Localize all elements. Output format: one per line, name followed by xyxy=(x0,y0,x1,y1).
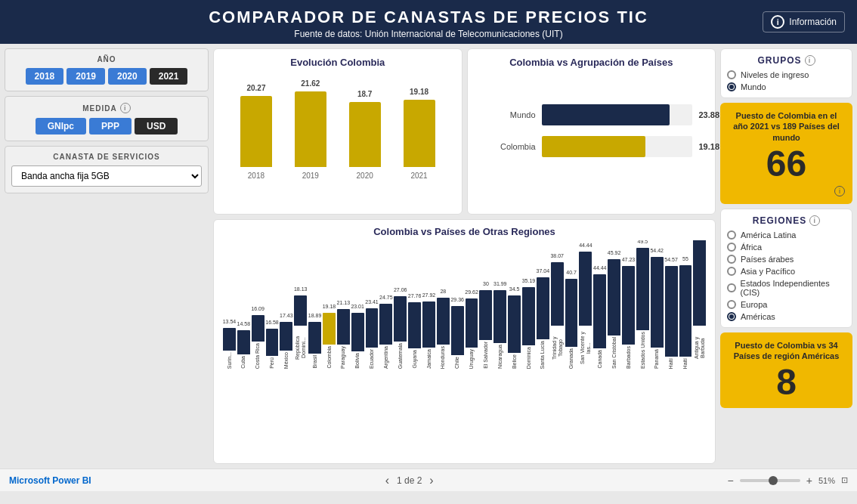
bottom-chart-title: Colombia vs Países de Otras Regiones xyxy=(220,226,709,237)
bottom-bar-value: 23.41 xyxy=(365,299,379,305)
evolucion-chart: Evolución Colombia 20.27 2018 21.62 2019… xyxy=(213,48,463,215)
bottom-bar-group: 13.54 Surin... xyxy=(223,328,236,369)
prev-page-button[interactable]: ‹ xyxy=(385,474,389,487)
grupos-box: GRUPOS i Niveles de ingreso Mundo xyxy=(720,48,852,98)
bottom-bar-name: República Domini... xyxy=(295,327,306,369)
zoom-controls: − + 51% ⊡ xyxy=(728,475,848,487)
grupos-niveles-label: Niveles de ingreso xyxy=(741,70,809,79)
bottom-bar-value: 18.89 xyxy=(308,313,322,318)
bottom-bar-value: 47.23 xyxy=(622,257,636,262)
bottom-bar-name: Honduras xyxy=(440,346,446,369)
region-americalatina-label: América Latina xyxy=(741,230,796,240)
bottom-bar: 28 xyxy=(437,298,450,345)
regiones-info-icon: i xyxy=(809,215,820,226)
bottom-bar-value: 35.19 xyxy=(522,278,536,283)
zoom-plus-button[interactable]: + xyxy=(806,475,812,487)
vs-bar-label: Mundo xyxy=(490,110,536,119)
year-2018-button[interactable]: 2018 xyxy=(26,68,64,85)
evo-bar-year: 2020 xyxy=(357,172,373,180)
bottom-bar-group: 29.62 Uruguay xyxy=(466,298,478,369)
vs-bars: Mundo 23.88 Colombia 19.18 xyxy=(475,74,708,187)
bottom-chart: Colombia vs Países de Otras Regiones 13.… xyxy=(213,219,716,464)
evo-bar-value: 20.27 xyxy=(246,84,265,92)
bottom-bar: 16.09 xyxy=(252,315,265,342)
top-charts: Evolución Colombia 20.27 2018 21.62 2019… xyxy=(213,48,716,215)
rank-region-title: Puesto de Colombia vs 34 Países de regió… xyxy=(728,340,845,362)
bottom-bar-name: Trinidad y Tobago xyxy=(552,327,563,369)
evo-bar-year: 2021 xyxy=(410,172,427,180)
bottom-bar-group: 29.36 Chile xyxy=(451,306,464,369)
region-americalatina-option[interactable]: América Latina xyxy=(727,230,846,240)
year-2020-button[interactable]: 2020 xyxy=(108,68,147,85)
bottom-bar-name: Argentina xyxy=(383,346,389,369)
bottom-bar-name: Guyana xyxy=(412,350,418,369)
bottom-bar-value: 34.5 xyxy=(509,286,520,292)
evo-bar-group: 20.27 2018 xyxy=(240,96,272,180)
bottom-bar: 16.58 xyxy=(266,329,279,356)
region-arabes-option[interactable]: Países árabes xyxy=(727,255,846,264)
medida-usd-button[interactable]: USD xyxy=(135,118,178,135)
vs-bar-value: 23.88 xyxy=(698,110,719,119)
middle-section: Evolución Colombia 20.27 2018 21.62 2019… xyxy=(213,48,716,464)
fullscreen-icon[interactable]: ⊡ xyxy=(841,475,848,485)
region-africa-option[interactable]: África xyxy=(727,243,846,252)
bottom-bar: 23.01 xyxy=(351,313,364,351)
medida-gnipc-button[interactable]: GNIpc xyxy=(36,118,86,135)
region-asia-option[interactable]: Asia y Pacífico xyxy=(727,267,846,276)
bottom-bar-value: 44.44 xyxy=(593,265,607,271)
rank-mundo-value: 66 xyxy=(728,146,845,182)
bottom-bar-group: 27.06 Guatemala xyxy=(394,296,407,369)
bottom-bar: 35.19 xyxy=(522,287,535,345)
medida-ppp-button[interactable]: PPP xyxy=(89,118,131,135)
evolucion-bars: 20.27 2018 21.62 2019 18.7 2020 19.18 20… xyxy=(221,74,454,180)
bottom-bar-value: 49.5 xyxy=(638,240,648,244)
bottom-bar-group: 55 Haití xyxy=(679,265,692,369)
bottom-bar-name: Bolivia xyxy=(354,353,360,369)
zoom-thumb xyxy=(769,476,778,485)
bottom-bar-value: 28 xyxy=(440,289,446,294)
page-info: 1 de 2 xyxy=(397,475,422,486)
info-button[interactable]: i Información xyxy=(763,11,845,32)
year-label: AÑO xyxy=(11,55,202,63)
region-arabes-label: Países árabes xyxy=(741,255,794,264)
bottom-bar-value: 31.99 xyxy=(493,281,507,286)
bottom-bar: 44.44 xyxy=(593,274,606,348)
info-icon: i xyxy=(771,15,784,29)
bottom-bar-group: 40.7 Granada xyxy=(565,279,578,369)
grupos-niveles-option[interactable]: Niveles de ingreso xyxy=(727,70,846,79)
bottom-bar-group: 59.26 Antigua y Barbuda xyxy=(693,240,706,369)
bottom-bar-name: Cuba xyxy=(240,356,246,369)
region-americas-radio xyxy=(727,312,736,321)
region-cis-option[interactable]: Estados Independientes (CIS) xyxy=(727,279,846,297)
zoom-minus-button[interactable]: − xyxy=(728,475,734,487)
year-2019-button[interactable]: 2019 xyxy=(67,68,105,85)
bottom-bar-group: 24.75 Argentina xyxy=(379,304,392,369)
bottom-bar: 13.54 xyxy=(223,328,236,351)
region-cis-radio xyxy=(727,283,736,292)
bottom-bar: 21.13 xyxy=(337,309,350,345)
bottom-bar: 19.18 xyxy=(323,313,336,345)
bottom-bar-group: 54.57 Haití xyxy=(665,266,678,369)
medida-control: MEDIDA i GNIpc PPP USD xyxy=(5,96,209,141)
canasta-select[interactable]: Banda ancha fija 5GB xyxy=(11,165,202,187)
main-content: AÑO 2018 2019 2020 2021 MEDIDA i GNIpc P… xyxy=(0,44,857,468)
bottom-bar-group: 34.5 Belice xyxy=(508,295,521,369)
bottom-bar-value: 40.7 xyxy=(566,270,577,275)
right-panel: GRUPOS i Niveles de ingreso Mundo Puesto… xyxy=(720,48,852,464)
evo-bar-year: 2018 xyxy=(248,172,265,180)
vs-bar-value: 19.18 xyxy=(698,142,719,151)
bottom-bar-group: 54.42 Panamá xyxy=(651,257,664,369)
bottom-bar: 18.13 xyxy=(294,295,307,326)
next-page-button[interactable]: › xyxy=(429,474,433,487)
region-europa-option[interactable]: Europa xyxy=(727,300,846,309)
bottom-bar: 30 xyxy=(479,290,492,340)
grupos-options: Niveles de ingreso Mundo xyxy=(727,70,846,91)
bottom-bar: 34.5 xyxy=(508,295,521,353)
year-2021-button[interactable]: 2021 xyxy=(150,68,188,85)
grupos-mundo-option[interactable]: Mundo xyxy=(727,82,846,91)
bottom-bar-value: 16.58 xyxy=(265,320,279,325)
bottom-bar-name: Haití xyxy=(668,358,674,369)
region-americas-option[interactable]: Américas xyxy=(727,312,846,321)
zoom-slider[interactable] xyxy=(740,479,800,482)
brand-link[interactable]: Microsoft Power BI xyxy=(9,475,91,486)
